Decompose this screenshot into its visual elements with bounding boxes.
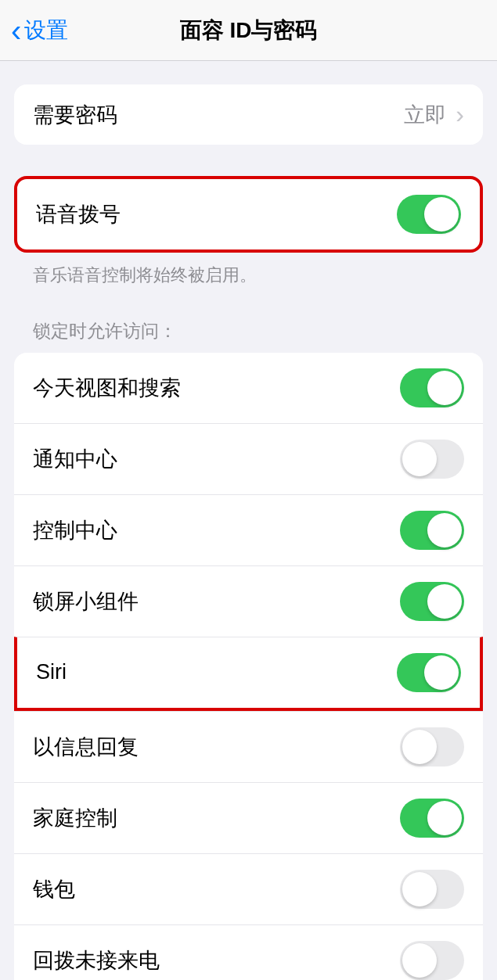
locked-access-row: 控制中心 <box>14 494 483 565</box>
back-label: 设置 <box>24 16 68 45</box>
locked-access-label: Siri <box>36 660 397 684</box>
locked-access-row: 以信息回复 <box>14 711 483 782</box>
locked-access-label: 家庭控制 <box>33 804 400 832</box>
locked-access-group: 今天视图和搜索通知中心控制中心锁屏小组件Siri以信息回复家庭控制钱包回拨未接来… <box>14 353 483 980</box>
locked-access-row: 家庭控制 <box>14 782 483 853</box>
locked-access-label: 今天视图和搜索 <box>33 374 400 402</box>
locked-access-label: 控制中心 <box>33 516 400 544</box>
locked-access-row: 通知中心 <box>14 423 483 494</box>
locked-access-toggle[interactable] <box>397 653 461 692</box>
locked-access-toggle[interactable] <box>400 368 464 407</box>
locked-access-row: 回拨未接来电 <box>14 924 483 980</box>
voice-dial-group: 语音拨号 <box>14 176 483 253</box>
locked-access-header: 锁定时允许访问： <box>14 288 483 353</box>
locked-access-row: 今天视图和搜索 <box>14 353 483 423</box>
locked-access-label: 锁屏小组件 <box>33 587 400 616</box>
locked-access-toggle[interactable] <box>400 582 464 621</box>
locked-access-toggle[interactable] <box>400 870 464 909</box>
voice-dial-toggle[interactable] <box>397 195 461 234</box>
require-passcode-group: 需要密码 立即 › <box>14 84 483 145</box>
locked-access-label: 以信息回复 <box>33 733 400 761</box>
back-button[interactable]: ‹ 设置 <box>0 15 68 46</box>
locked-access-label: 钱包 <box>33 875 400 903</box>
locked-access-row: Siri <box>14 637 483 711</box>
locked-access-label: 通知中心 <box>33 445 400 473</box>
locked-access-toggle[interactable] <box>400 440 464 479</box>
locked-access-row: 钱包 <box>14 853 483 924</box>
require-passcode-row[interactable]: 需要密码 立即 › <box>14 84 483 145</box>
voice-dial-row: 语音拨号 <box>17 179 480 249</box>
require-passcode-label: 需要密码 <box>33 101 404 129</box>
locked-access-label: 回拨未接来电 <box>33 946 400 975</box>
page-title: 面容 ID与密码 <box>0 16 497 45</box>
voice-dial-footer: 音乐语音控制将始终被启用。 <box>14 253 483 288</box>
locked-access-toggle[interactable] <box>400 941 464 980</box>
locked-access-row: 锁屏小组件 <box>14 565 483 637</box>
nav-header: ‹ 设置 面容 ID与密码 <box>0 0 497 61</box>
locked-access-toggle[interactable] <box>400 799 464 838</box>
require-passcode-value: 立即 <box>404 101 446 129</box>
chevron-right-icon: › <box>456 100 464 129</box>
locked-access-toggle[interactable] <box>400 511 464 550</box>
chevron-left-icon: ‹ <box>11 15 21 46</box>
locked-access-toggle[interactable] <box>400 727 464 766</box>
voice-dial-label: 语音拨号 <box>36 200 397 228</box>
